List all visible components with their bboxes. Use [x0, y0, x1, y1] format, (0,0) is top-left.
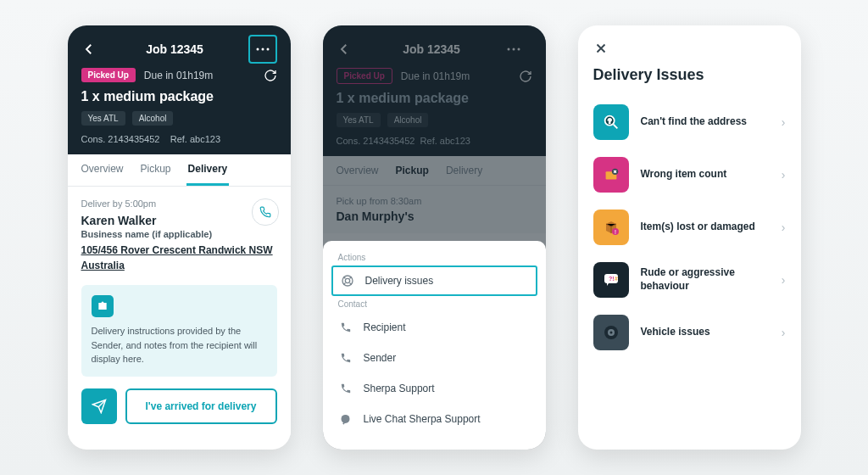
svg-point-1 — [261, 48, 264, 51]
phone-icon — [259, 206, 271, 218]
phone-delivery-issues: Delivery Issues ? Can't find the address… — [578, 25, 801, 450]
lifebuoy-icon — [340, 273, 355, 288]
close-button[interactable] — [593, 41, 786, 56]
sheet-item-recipient[interactable]: Recipient — [323, 312, 546, 343]
sheet-item-live-chat[interactable]: Live Chat Sherpa Support — [323, 404, 546, 434]
deliver-by-label: Deliver by 5:00pm — [81, 198, 277, 209]
refresh-button[interactable] — [264, 69, 277, 82]
arrived-button[interactable]: I've arrived for delivery — [125, 388, 277, 424]
sheet-actions-header: Actions — [323, 249, 546, 265]
tag-alcohol: Alcohol — [132, 111, 174, 126]
chevron-right-icon: › — [782, 273, 786, 287]
refresh-icon — [264, 69, 277, 82]
more-menu-button[interactable] — [248, 35, 277, 64]
phone-job-detail: Job 12345 Picked Up Due in 01h19m 1 x me… — [68, 25, 291, 450]
svg-point-7 — [345, 278, 349, 282]
issue-vehicle[interactable]: Vehicle issues › — [590, 306, 789, 359]
tag-atl: Yes ATL — [81, 111, 125, 126]
phone-actions-sheet: Job 12345 Picked Up Due in 01h19m 1 x me… — [323, 25, 546, 450]
recipient-name: Karen Walker — [81, 214, 277, 227]
box-x-icon — [593, 157, 629, 193]
svg-point-0 — [256, 48, 259, 51]
svg-point-2 — [266, 48, 269, 51]
consignment-ref: Cons. 2143435452 — [81, 134, 160, 144]
chevron-right-icon: › — [782, 168, 786, 182]
issue-wrong-item-count[interactable]: Wrong item count › — [590, 148, 789, 201]
issue-cant-find-address[interactable]: ? Can't find the address › — [590, 96, 789, 148]
chevron-right-icon: › — [782, 221, 786, 234]
phone-icon — [338, 320, 353, 335]
phone-icon — [338, 381, 353, 396]
sheet-item-sender[interactable]: Sender — [323, 343, 546, 373]
job-ref: Ref. abc123 — [170, 134, 220, 144]
tire-icon — [593, 315, 629, 350]
package-alert-icon: ! — [593, 210, 629, 245]
svg-text:!: ! — [615, 229, 616, 235]
call-recipient-button[interactable] — [252, 198, 279, 226]
business-name: Business name (if applicable) — [81, 229, 277, 239]
delivery-address[interactable]: 105/456 Rover Crescent Randwick NSW Aust… — [81, 243, 277, 273]
sheet-item-delivery-issues[interactable]: Delivery issues — [331, 265, 537, 296]
svg-text:?: ? — [608, 117, 611, 125]
tab-delivery[interactable]: Delivery — [186, 154, 230, 186]
chat-icon — [338, 411, 353, 427]
sheet-item-sherpa-support[interactable]: Sherpa Support — [323, 373, 546, 404]
tabs: Overview Pickup Delivery — [68, 154, 291, 187]
issue-rude-behaviour[interactable]: ?!# Rude or aggressive behaviour › — [590, 254, 789, 306]
delivery-notes: Delivery instructions provided by the Se… — [81, 285, 277, 377]
more-icon — [256, 48, 270, 51]
navigate-button[interactable] — [81, 388, 117, 424]
chevron-right-icon: › — [782, 326, 786, 339]
search-pin-icon: ? — [593, 104, 629, 140]
sheet-contact-header: Contact — [323, 296, 546, 312]
package-line: 1 x medium package — [81, 89, 277, 104]
page-title: Delivery Issues — [593, 66, 786, 84]
back-button[interactable] — [81, 42, 102, 57]
svg-text:?!: ?! — [609, 276, 615, 282]
tab-pickup[interactable]: Pickup — [139, 154, 173, 186]
send-icon — [92, 399, 107, 414]
tab-overview[interactable]: Overview — [80, 154, 125, 186]
chevron-right-icon: › — [782, 115, 786, 129]
svg-point-21 — [609, 332, 612, 334]
close-icon — [593, 41, 609, 56]
action-sheet: Actions Delivery issues Contact Recipien… — [323, 241, 546, 450]
issue-lost-damaged[interactable]: ! Item(s) lost or damaged › — [590, 201, 789, 254]
svg-point-8 — [342, 414, 350, 422]
page-title: Job 12345 — [102, 42, 248, 56]
speech-warn-icon: ?!# — [593, 262, 629, 298]
phone-icon — [338, 350, 353, 366]
due-text: Due in 01h19m — [144, 70, 213, 81]
svg-text:#: # — [615, 276, 618, 282]
status-badge: Picked Up — [81, 68, 136, 82]
note-icon — [92, 295, 114, 317]
